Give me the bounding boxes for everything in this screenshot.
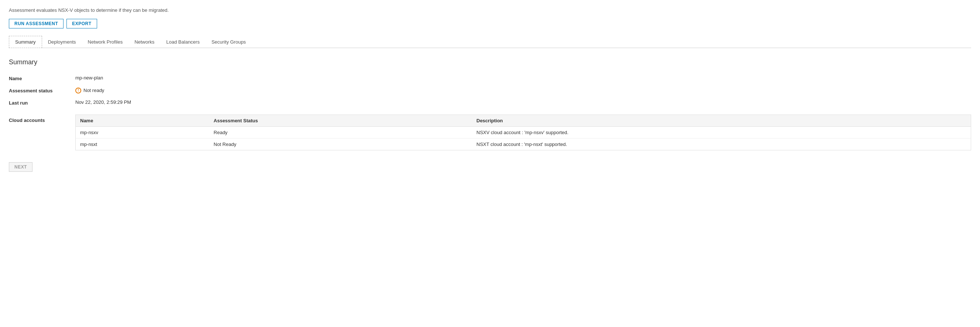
table-header-row: Name Assessment Status Description <box>76 115 971 127</box>
page-description: Assessment evaluates NSX-V objects to de… <box>9 7 971 13</box>
tab-network-profiles[interactable]: Network Profiles <box>82 36 129 48</box>
toolbar: RUN ASSESSMENT EXPORT <box>9 19 971 29</box>
cloud-accounts-label: Cloud accounts <box>9 115 75 150</box>
col-header-description: Description <box>472 115 971 127</box>
col-header-assessment-status: Assessment Status <box>209 115 472 127</box>
table-row: mp-nsxvReadyNSXV cloud account : 'mp-nsx… <box>76 127 971 139</box>
tab-summary[interactable]: Summary <box>9 36 42 48</box>
summary-details: Name mp-new-plan Assessment status ! Not… <box>9 75 971 106</box>
cell-status-0: Ready <box>209 127 472 139</box>
next-button[interactable]: NEXT <box>9 162 32 172</box>
cloud-accounts-table: Name Assessment Status Description mp-ns… <box>75 115 971 150</box>
cell-status-1: Not Ready <box>209 139 472 150</box>
table-row: mp-nsxtNot ReadyNSXT cloud account : 'mp… <box>76 139 971 150</box>
run-assessment-button[interactable]: RUN ASSESSMENT <box>9 19 64 29</box>
cell-name-1: mp-nsxt <box>76 139 209 150</box>
cell-description-0: NSXV cloud account : 'mp-nsxv' supported… <box>472 127 971 139</box>
cloud-accounts-section: Cloud accounts Name Assessment Status De… <box>9 115 971 150</box>
warning-icon: ! <box>75 88 81 94</box>
status-value: ! Not ready <box>75 87 971 94</box>
tab-load-balancers[interactable]: Load Balancers <box>160 36 205 48</box>
name-value: mp-new-plan <box>75 75 971 81</box>
name-label: Name <box>9 75 75 81</box>
col-header-name: Name <box>76 115 209 127</box>
section-title: Summary <box>9 58 971 66</box>
cell-description-1: NSXT cloud account : 'mp-nsxt' supported… <box>472 139 971 150</box>
tab-networks[interactable]: Networks <box>129 36 160 48</box>
export-button[interactable]: EXPORT <box>67 19 97 29</box>
status-label: Assessment status <box>9 87 75 94</box>
tab-bar: Summary Deployments Network Profiles Net… <box>9 36 971 48</box>
cell-name-0: mp-nsxv <box>76 127 209 139</box>
footer: NEXT <box>9 162 971 172</box>
tab-deployments[interactable]: Deployments <box>42 36 82 48</box>
status-text: Not ready <box>83 88 104 93</box>
last-run-label: Last run <box>9 99 75 106</box>
tab-security-groups[interactable]: Security Groups <box>206 36 252 48</box>
last-run-value: Nov 22, 2020, 2:59:29 PM <box>75 99 971 106</box>
